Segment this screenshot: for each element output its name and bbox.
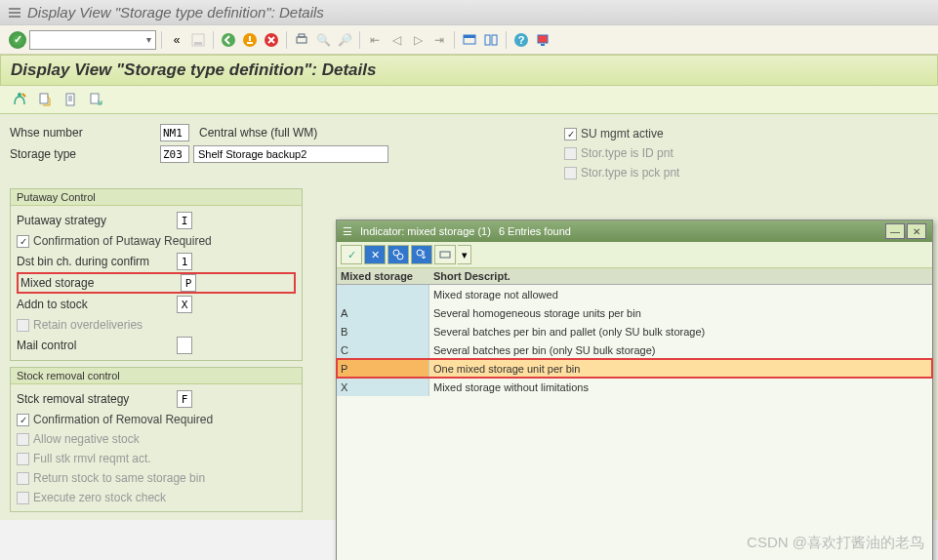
removal-strategy-label: Stck removal strategy	[17, 392, 173, 406]
page-title: Display View "Storage type definition": …	[11, 60, 927, 80]
popup-sort-icon[interactable]	[411, 245, 432, 264]
popup-cancel-icon[interactable]: ✕	[364, 245, 386, 264]
first-page-icon: ⇤	[365, 30, 385, 50]
return-bin-checkbox	[17, 472, 29, 485]
putaway-strategy-label: Putaway strategy	[17, 214, 173, 227]
value-help-popup: ☰ Indicator: mixed storage (1) 6 Entries…	[336, 220, 933, 560]
removal-title: Stock removal control	[11, 368, 302, 384]
dst-bin-field[interactable]	[177, 253, 192, 270]
ok-button[interactable]: ✓	[8, 30, 27, 50]
table-row[interactable]: ASeveral homogeneous storage units per b…	[337, 303, 932, 322]
watermark: CSDN @喜欢打酱油的老鸟	[747, 534, 924, 552]
svg-rect-4	[194, 42, 202, 45]
copy-icon[interactable]	[35, 90, 55, 109]
whse-number-field[interactable]	[160, 124, 189, 141]
svg-point-23	[397, 254, 403, 260]
prev-page-icon: ◁	[387, 30, 406, 50]
table-row[interactable]: XMixed storage without limitations	[337, 378, 932, 396]
zero-check-checkbox	[17, 492, 29, 504]
cancel-button[interactable]	[262, 30, 281, 50]
popup-dropdown-icon[interactable]: ▾	[458, 245, 471, 264]
removal-strategy-field[interactable]	[177, 390, 192, 408]
document-icon[interactable]	[61, 90, 80, 109]
svg-rect-9	[299, 34, 305, 37]
addn-stock-field[interactable]	[177, 296, 192, 313]
svg-rect-1	[9, 12, 20, 14]
next-page-icon: ▷	[408, 30, 428, 50]
putaway-strategy-field[interactable]	[177, 212, 192, 229]
row-key: P	[337, 359, 429, 378]
svg-rect-25	[440, 252, 450, 258]
svg-rect-12	[485, 35, 490, 45]
local-layout-icon[interactable]	[533, 30, 552, 50]
row-key: A	[337, 303, 429, 322]
popup-col2-header[interactable]: Short Descript.	[429, 268, 932, 284]
whse-number-desc: Central whse (full WM)	[199, 126, 317, 140]
popup-minimize-icon[interactable]: —	[885, 223, 905, 239]
row-key: C	[337, 340, 429, 359]
menu-icon[interactable]	[8, 6, 21, 20]
print-icon[interactable]	[292, 30, 311, 50]
id-pnt-label: Stor.type is ID pnt	[581, 146, 673, 160]
svg-rect-16	[538, 35, 548, 43]
mixed-storage-field[interactable]	[181, 274, 196, 292]
next-entry-icon[interactable]	[86, 90, 105, 109]
save-icon	[188, 30, 208, 50]
zero-check-label: Execute zero stock check	[33, 491, 166, 504]
table-row[interactable]: POne mixed storage unit per bin	[337, 359, 932, 378]
neg-stock-checkbox	[17, 433, 29, 446]
popup-accept-icon[interactable]: ✓	[341, 245, 362, 264]
whse-number-label: Whse number	[10, 126, 156, 140]
popup-print-icon[interactable]	[434, 245, 456, 264]
row-desc: Several batches per bin (only SU bulk st…	[429, 340, 932, 359]
row-desc: Several batches per bin and pallet (only…	[429, 322, 932, 340]
new-session-icon[interactable]	[460, 30, 479, 50]
sub-toolbar	[0, 86, 938, 114]
removal-confirm-label: Confirmation of Removal Required	[33, 413, 213, 426]
svg-rect-2	[9, 16, 20, 18]
find-icon: 🔍	[313, 30, 333, 50]
svg-text:?: ?	[518, 34, 525, 46]
svg-point-18	[18, 93, 21, 97]
popup-toolbar: ✓ ✕ ▾	[337, 242, 932, 268]
svg-rect-13	[492, 35, 497, 45]
svg-rect-17	[541, 44, 545, 46]
popup-close-icon[interactable]: ✕	[907, 223, 926, 239]
find-next-icon: 🔎	[335, 30, 354, 50]
mail-control-field[interactable]	[177, 337, 192, 354]
popup-titlebar: ☰ Indicator: mixed storage (1) 6 Entries…	[337, 220, 932, 242]
help-icon[interactable]: ?	[511, 30, 531, 50]
removal-panel: Stock removal control Stck removal strat…	[10, 367, 303, 512]
table-row[interactable]: CSeveral batches per bin (only SU bulk s…	[337, 340, 932, 359]
command-field[interactable]	[29, 30, 156, 50]
layout-icon[interactable]	[481, 30, 501, 50]
return-bin-label: Return stock to same storage bin	[33, 471, 205, 485]
svg-rect-20	[66, 94, 74, 105]
popup-col1-header[interactable]: Mixed storage	[337, 268, 429, 284]
exit-button[interactable]	[240, 30, 260, 50]
back-icon[interactable]: «	[167, 30, 186, 50]
table-row[interactable]: Mixed storage not allowed	[337, 285, 932, 303]
svg-point-24	[417, 250, 423, 256]
row-key: B	[337, 322, 429, 340]
popup-filter-icon[interactable]	[387, 245, 409, 264]
table-row[interactable]: BSeveral batches per bin and pallet (onl…	[337, 322, 932, 340]
su-mgmt-checkbox[interactable]: ✓	[564, 128, 577, 140]
popup-entries: 6 Entries found	[499, 225, 571, 237]
popup-table-header: Mixed storage Short Descript.	[337, 268, 932, 285]
change-display-icon[interactable]	[10, 90, 29, 109]
mixed-storage-label: Mixed storage	[20, 276, 177, 290]
storage-type-field[interactable]	[160, 145, 189, 163]
addn-stock-label: Addn to stock	[17, 298, 173, 311]
svg-point-5	[222, 33, 235, 47]
popup-menu-icon[interactable]: ☰	[343, 225, 352, 238]
row-desc: Several homogeneous storage units per bi…	[429, 303, 932, 322]
putaway-confirm-checkbox[interactable]: ✓	[17, 235, 29, 248]
removal-confirm-checkbox[interactable]: ✓	[17, 414, 29, 426]
neg-stock-label: Allow negative stock	[33, 432, 140, 446]
storage-type-desc[interactable]	[193, 145, 388, 163]
back-button[interactable]	[219, 30, 238, 50]
su-mgmt-label: SU mgmt active	[581, 127, 664, 140]
full-rmvl-label: Full stk rmvl reqmt act.	[33, 452, 151, 465]
row-desc: One mixed storage unit per bin	[429, 359, 932, 378]
